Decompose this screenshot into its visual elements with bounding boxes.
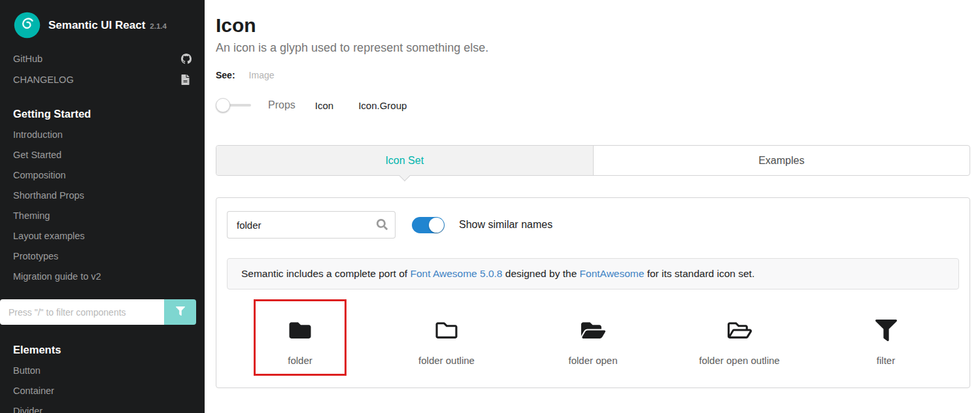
icon-result-folder[interactable]: folder	[227, 301, 373, 391]
icon-result-label: folder	[288, 355, 313, 366]
message-text-3: for its standard icon set.	[644, 268, 754, 279]
page-title: Icon	[216, 14, 970, 37]
sidebar-item-theming[interactable]: Theming	[0, 206, 205, 226]
see-link-image[interactable]: Image	[249, 70, 275, 80]
sidebar-item-button[interactable]: Button	[0, 361, 205, 381]
tab-icon-set[interactable]: Icon Set	[216, 146, 593, 175]
icon-result-folder-outline[interactable]: folder outline	[373, 301, 520, 391]
sidebar-item-container[interactable]: Container	[0, 381, 205, 401]
sidebar-link-changelog[interactable]: CHANGELOG	[0, 69, 205, 90]
sidebar-item-get-started[interactable]: Get Started	[0, 145, 205, 165]
props-toggle-label: Props	[268, 99, 296, 111]
main-content: Icon An icon is a glyph used to represen…	[205, 0, 980, 413]
icon-result-label: folder open	[568, 355, 617, 366]
font-awesome-version-link[interactable]: Font Awesome 5.0.8	[410, 268, 502, 279]
file-icon	[181, 74, 192, 85]
filter-icon	[875, 318, 897, 342]
sidebar-item-composition[interactable]: Composition	[0, 165, 205, 186]
sidebar-item-prototypes[interactable]: Prototypes	[0, 246, 205, 267]
folder-open-icon	[579, 318, 608, 342]
show-similar-names-toggle-knob	[429, 218, 444, 233]
brand[interactable]: Semantic UI React 2.1.4	[48, 19, 167, 32]
filter-button-icon	[176, 306, 185, 318]
sidebar-item-shorthand-props[interactable]: Shorthand Props	[0, 186, 205, 206]
icon-search	[227, 211, 396, 239]
props-bar: Props Icon Icon.Group	[216, 98, 970, 112]
search-icon	[377, 219, 388, 233]
tab-icon-set-label: Icon Set	[385, 155, 424, 167]
github-link-label: GitHub	[13, 54, 42, 64]
icon-search-row: Show similar names	[227, 211, 959, 239]
sidebar-heading-getting-started: Getting Started	[0, 90, 205, 125]
active-tab-pointer	[399, 171, 410, 182]
folder-icon	[286, 318, 314, 342]
font-awesome-message: Semantic includes a complete port of Fon…	[227, 258, 959, 289]
props-link-icon-group[interactable]: Icon.Group	[358, 100, 407, 111]
app-root: Semantic UI React 2.1.4 GitHub CHANGELOG…	[0, 0, 980, 413]
sidebar-link-github[interactable]: GitHub	[0, 48, 205, 69]
tab-menu: Icon Set Examples	[216, 145, 970, 176]
icon-search-input[interactable]	[227, 211, 396, 239]
component-filter	[0, 299, 196, 325]
icon-result-label: folder open outline	[699, 355, 779, 366]
see-label: See:	[216, 70, 235, 80]
sidebar-item-migration-guide[interactable]: Migration guide to v2	[0, 267, 205, 287]
brand-row: Semantic UI React 2.1.4	[0, 0, 205, 48]
icon-result-folder-open-outline[interactable]: folder open outline	[666, 301, 813, 391]
font-awesome-link[interactable]: FontAwesome	[580, 268, 645, 279]
folder-open-outline-icon	[725, 318, 754, 342]
sidebar-heading-elements: Elements	[0, 326, 205, 361]
message-text-2: designed by the	[503, 268, 580, 279]
icon-result-folder-open[interactable]: folder open	[520, 301, 666, 391]
folder-outline-icon	[433, 318, 460, 342]
component-filter-input[interactable]	[0, 299, 164, 325]
page-subtitle: An icon is a glyph used to represent som…	[216, 41, 970, 55]
github-icon	[181, 54, 192, 64]
brand-version: 2.1.4	[150, 22, 167, 30]
sidebar: Semantic UI React 2.1.4 GitHub CHANGELOG…	[0, 0, 205, 413]
icon-result-label: folder outline	[418, 355, 475, 366]
props-toggle-knob	[216, 98, 230, 112]
show-similar-names-toggle[interactable]	[412, 217, 445, 233]
sidebar-item-divider[interactable]: Divider	[0, 401, 205, 413]
props-link-icon[interactable]: Icon	[315, 100, 333, 111]
semantic-ui-logo-icon	[13, 11, 41, 39]
see-also-row: See: Image	[216, 70, 970, 80]
icon-set-panel: Show similar names Semantic includes a c…	[216, 197, 970, 388]
sidebar-item-layout-examples[interactable]: Layout examples	[0, 226, 205, 246]
icon-result-label: filter	[877, 355, 895, 366]
tab-examples-label: Examples	[758, 155, 804, 167]
component-filter-button[interactable]	[164, 299, 196, 325]
tab-examples[interactable]: Examples	[593, 146, 970, 175]
icon-result-filter[interactable]: filter	[813, 301, 959, 391]
sidebar-item-introduction[interactable]: Introduction	[0, 125, 205, 145]
changelog-link-label: CHANGELOG	[13, 74, 74, 85]
icon-results-grid: folder folder outline folder open	[227, 301, 959, 391]
brand-title: Semantic UI React	[48, 19, 145, 32]
props-toggle[interactable]	[216, 98, 251, 112]
message-text-1: Semantic includes a complete port of	[241, 268, 410, 279]
show-similar-names-label: Show similar names	[459, 219, 552, 231]
